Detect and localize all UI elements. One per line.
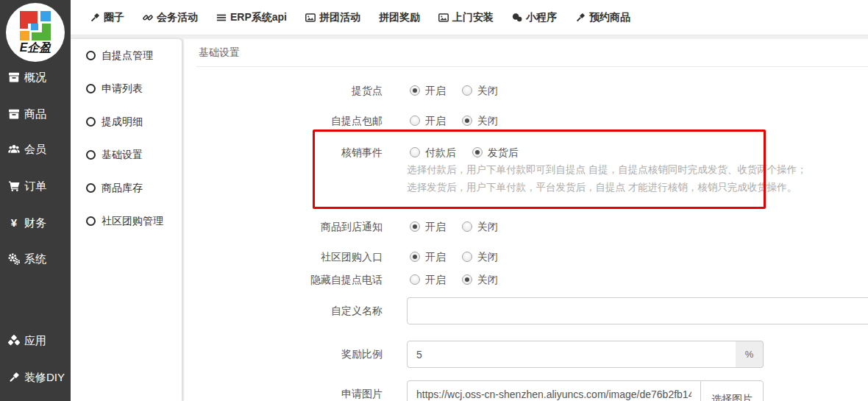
reward-ratio-input[interactable] [407, 341, 736, 368]
submenu-item-commission-detail[interactable]: 提成明细 [71, 105, 182, 138]
custom-name-input[interactable] [407, 297, 868, 324]
topnav-label: 小程序 [526, 11, 557, 24]
submenu-item-community-group-manage[interactable]: 社区团购管理 [71, 205, 182, 238]
radio-button[interactable] [410, 147, 420, 157]
submenu-panel: 自提点管理 申请列表 提成明细 基础设置 商品库存 社区团购管理 [71, 39, 182, 401]
cart-icon [8, 180, 20, 192]
submenu-item-goods-stock[interactable]: 商品库存 [71, 171, 182, 205]
help-line: 选择发货后，用户下单付款，平台发货后，自提点 才能进行核销，核销只完成收货操作。 [407, 179, 807, 196]
sidebar-item-members[interactable]: 会员 [0, 136, 71, 163]
topnav-item-mini-program[interactable]: 小程序 [512, 11, 557, 24]
circle-icon [86, 150, 96, 160]
sidebar-item-overview[interactable]: 概况 [0, 64, 71, 91]
field-label: 自提点包邮 [184, 113, 383, 128]
sidebar-item-decorate-diy[interactable]: 装修DIY [0, 364, 71, 391]
sidebar-item-system[interactable]: 系统 [0, 246, 71, 272]
radio-button[interactable] [462, 221, 472, 232]
radio-option-after-payment[interactable]: 付款后 [410, 145, 456, 160]
form-row-arrival-notice: 商品到店通知 开启 关闭 [184, 219, 868, 234]
sidebar-item-label: 系统 [24, 246, 46, 272]
radio-button[interactable] [472, 147, 483, 157]
page-title: 基础设置 [196, 39, 868, 67]
gavel-icon [8, 372, 20, 383]
radio-option-on[interactable]: 开启 [410, 113, 446, 128]
admin-page: E企盈 概况 商品 会员 订单 ¥ 财务 系统 应用 [0, 0, 868, 401]
field-label: 自定义名称 [184, 297, 383, 324]
topnav-item-group-reward[interactable]: 拼团奖励 [379, 11, 420, 24]
radio-button[interactable] [410, 252, 420, 262]
radio-option-on[interactable]: 开启 [410, 272, 446, 287]
sidebar-item-apps[interactable]: 应用 [0, 327, 71, 354]
topnav-label: 会务活动 [157, 11, 198, 24]
sidebar-item-finance[interactable]: ¥ 财务 [0, 210, 71, 236]
radio-button[interactable] [462, 85, 472, 96]
submenu-label: 提成明细 [102, 105, 143, 138]
apply-image-url-input[interactable] [407, 380, 701, 401]
radio-option-on[interactable]: 开启 [410, 219, 446, 234]
topnav-label: 预约商品 [589, 11, 630, 24]
topnav-item-circle[interactable]: 圈子 [90, 11, 124, 24]
radio-option-off[interactable]: 关闭 [462, 83, 498, 98]
verification-event-help: 选择付款后，用户下单付款即可到自提点 自提，自提点核销同时完成发货、收货两个操作… [407, 161, 807, 196]
radio-button[interactable] [462, 116, 472, 126]
topnav-item-erp-api[interactable]: ERP系统api [216, 11, 287, 24]
radio-button[interactable] [462, 274, 472, 285]
submenu-label: 申请列表 [102, 72, 143, 105]
radio-option-label: 关闭 [477, 83, 498, 98]
submenu-item-apply-list[interactable]: 申请列表 [71, 72, 182, 105]
field-label: 申请图片 [184, 380, 383, 401]
radio-option-label: 关闭 [477, 113, 498, 128]
submenu-label: 社区团购管理 [102, 205, 163, 238]
form-row-pickup-point: 提货点 开启 关闭 [184, 83, 868, 98]
radio-option-off[interactable]: 关闭 [462, 219, 498, 234]
circle-icon [86, 183, 96, 193]
radio-option-label: 发货后 [488, 145, 519, 160]
help-line: 选择付款后，用户下单付款即可到自提点 自提，自提点核销同时完成发货、收货两个操作… [407, 161, 807, 179]
field-label: 社区团购入口 [184, 249, 383, 264]
circle-icon [86, 51, 96, 60]
list-icon [216, 13, 227, 23]
top-nav: 圈子 会务活动 ERP系统api 拼团活动 拼团奖励 上门安装 [71, 0, 868, 35]
cubes-icon [8, 335, 20, 347]
sidebar-item-orders[interactable]: 订单 [0, 173, 71, 199]
topnav-item-home-install[interactable]: 上门安装 [438, 11, 494, 24]
radio-option-off[interactable]: 关闭 [462, 272, 498, 287]
submenu-item-pickup-manage[interactable]: 自提点管理 [71, 39, 182, 72]
form-row-verification-event: 核销事件 付款后 发货后 [184, 145, 868, 160]
field-label: 隐藏自提点电话 [184, 272, 383, 287]
sidebar-item-label: 财务 [24, 210, 46, 236]
radio-option-label: 关闭 [477, 219, 498, 234]
radio-option-label: 关闭 [477, 249, 498, 264]
submenu-item-basic-settings[interactable]: 基础设置 [71, 138, 182, 171]
topnav-item-booking-goods[interactable]: 预约商品 [575, 11, 630, 24]
radio-option-on[interactable]: 开启 [410, 83, 446, 98]
topnav-item-group-activity[interactable]: 拼团活动 [305, 11, 360, 24]
radio-option-off[interactable]: 关闭 [462, 249, 498, 264]
radio-button[interactable] [410, 116, 420, 126]
topnav-item-meeting-activity[interactable]: 会务活动 [143, 11, 198, 24]
form-row-hide-pickup-phone: 隐藏自提点电话 开启 关闭 [184, 272, 868, 287]
radio-option-on[interactable]: 开启 [410, 249, 446, 264]
circle-icon [86, 216, 96, 226]
sidebar-item-goods[interactable]: 商品 [0, 101, 71, 127]
brand-logo[interactable]: E企盈 [6, 3, 65, 62]
radio-button[interactable] [410, 274, 420, 285]
radio-option-label: 开启 [425, 83, 446, 98]
radio-option-off[interactable]: 关闭 [462, 113, 498, 128]
radio-button[interactable] [410, 85, 420, 96]
radio-button[interactable] [410, 221, 420, 232]
radio-option-label: 付款后 [425, 145, 456, 160]
submenu-label: 自提点管理 [102, 39, 153, 72]
field-label: 核销事件 [184, 145, 383, 160]
sidebar-item-label: 会员 [24, 136, 46, 163]
choose-image-button[interactable]: 选择图片 [700, 380, 764, 401]
radio-button[interactable] [462, 252, 472, 262]
circle-icon [86, 117, 96, 127]
sidebar-item-label: 商品 [24, 101, 46, 127]
brand-name: E企盈 [6, 40, 65, 56]
submenu-label: 商品库存 [102, 171, 143, 205]
gavel-icon [575, 13, 586, 23]
circle-icon [86, 84, 96, 93]
radio-option-after-shipping[interactable]: 发货后 [472, 145, 519, 160]
radio-option-label: 开启 [425, 219, 446, 234]
